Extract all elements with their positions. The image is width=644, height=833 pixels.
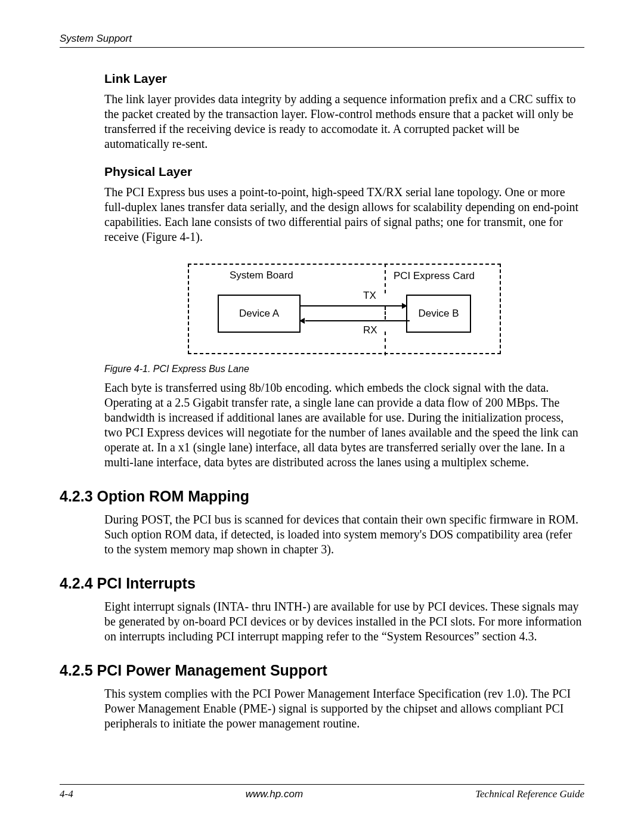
figure-4-1: System Board PCI Express Card Device A D… [104,264,584,357]
divider-top [385,264,386,293]
footer-guide-title: Technical Reference Guide [475,788,584,800]
box-device-b: Device B [406,295,471,333]
option-rom-heading: 4.2.3 Option ROM Mapping [60,488,584,505]
link-layer-heading: Link Layer [104,72,584,86]
footer-rule [60,784,584,785]
pci-interrupts-heading: 4.2.4 PCI Interrupts [60,575,584,592]
pci-power-body: This system complies with the PCI Power … [104,686,584,731]
physical-layer-heading: Physical Layer [104,165,584,179]
pci-interrupts-body: Eight interrupt signals (INTA- thru INTH… [104,599,584,644]
label-rx: RX [363,324,377,336]
rx-arrowhead-icon [299,318,305,324]
label-device-b: Device B [418,308,459,320]
physical-layer-body-2: Each byte is transferred using 8b/10b en… [104,380,584,470]
diagram-container: System Board PCI Express Card Device A D… [188,264,501,354]
figure-caption: Figure 4-1. PCI Express Bus Lane [104,364,584,374]
rx-line [305,320,410,321]
divider-bottom [385,332,386,355]
option-rom-body: During POST, the PCI bus is scanned for … [104,512,584,557]
main-content: Link Layer The link layer provides data … [60,72,584,731]
label-system-board: System Board [230,270,293,281]
label-tx: TX [363,290,376,302]
footer-url: www.hp.com [246,788,303,800]
footer-page-number: 4-4 [60,788,73,800]
tx-line [299,305,402,306]
pci-power-heading: 4.2.5 PCI Power Management Support [60,662,584,679]
physical-layer-body-1: The PCI Express bus uses a point-to-poin… [104,185,584,244]
label-device-a: Device A [239,308,279,320]
header-section: System Support [60,33,584,45]
box-device-a: Device A [218,295,301,333]
header-rule [60,47,584,48]
link-layer-body: The link layer provides data integrity b… [104,92,584,151]
tx-arrowhead-icon [402,303,407,309]
page-footer: 4-4 www.hp.com Technical Reference Guide [60,784,584,800]
divider-mid [385,306,386,320]
label-pci-express-card: PCI Express Card [394,270,475,282]
